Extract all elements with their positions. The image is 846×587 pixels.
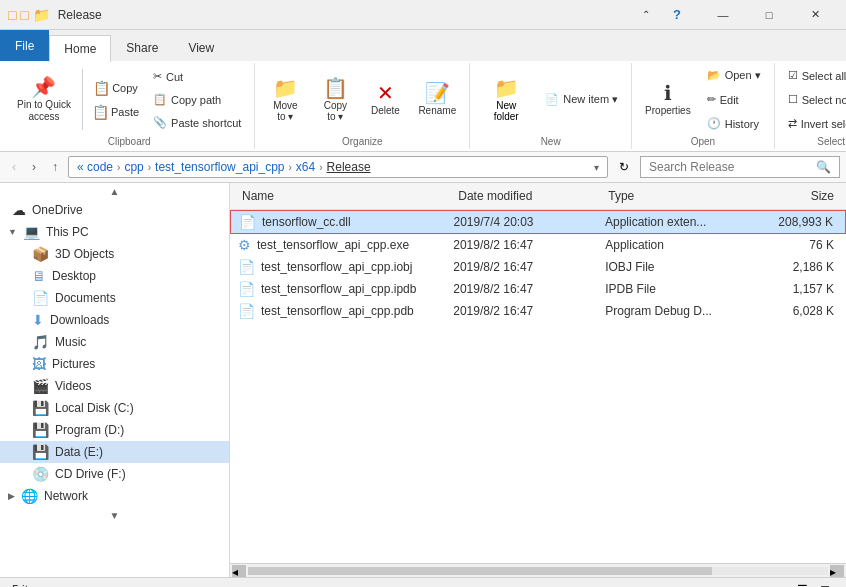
new-item-button[interactable]: 📄 New item ▾	[538, 89, 625, 110]
hscroll-thumb[interactable]	[248, 567, 712, 575]
rename-button[interactable]: 📝 Rename	[411, 78, 463, 121]
delete-icon: ✕	[377, 83, 394, 103]
search-input[interactable]	[649, 160, 812, 174]
path-dropdown-button[interactable]: ▾	[594, 162, 599, 173]
ribbon-collapse-btn[interactable]: ⌃	[638, 0, 654, 30]
h-scrollbar[interactable]: ◂ ▸	[230, 563, 846, 577]
open-label: Open	[638, 134, 768, 147]
select-none-button[interactable]: ☐ Select none	[781, 89, 846, 110]
tab-view[interactable]: View	[173, 34, 229, 61]
hscroll-left[interactable]: ◂	[232, 565, 246, 577]
sidebar-item-desktop[interactable]: 🖥 Desktop	[0, 265, 229, 287]
paste-button[interactable]: 📋 Paste	[87, 101, 144, 123]
file-item-dll[interactable]: 📄 tensorflow_cc.dll 2019/7/4 20:03 Appli…	[230, 210, 846, 234]
address-path[interactable]: « code › cpp › test_tensorflow_api_cpp ›…	[68, 156, 608, 178]
invert-icon: ⇄	[788, 117, 797, 130]
details-view-button[interactable]: ☰	[793, 581, 812, 588]
sidebar-item-videos[interactable]: 🎬 Videos	[0, 375, 229, 397]
sidebar-label-pictures: Pictures	[52, 357, 95, 371]
search-icon: 🔍	[816, 160, 831, 174]
history-button[interactable]: 🕐 History	[700, 113, 768, 134]
sidebar-label-programd: Program (D:)	[55, 423, 124, 437]
iobj-size: 2,186 K	[753, 260, 838, 274]
sidebar-scroll-up[interactable]: ▲	[0, 183, 229, 199]
ipdb-file-name: test_tensorflow_api_cpp.ipdb	[261, 282, 416, 296]
sidebar-item-downloads[interactable]: ⬇ Downloads	[0, 309, 229, 331]
delete-button[interactable]: ✕ Delete	[361, 78, 409, 121]
videos-icon: 🎬	[32, 378, 49, 394]
rename-label: Rename	[418, 105, 456, 116]
paste-shortcut-button[interactable]: 📎 Paste shortcut	[146, 112, 248, 133]
copy-button[interactable]: 📋 Copy	[87, 77, 144, 99]
path-current: Release	[327, 160, 371, 174]
search-box: 🔍	[640, 156, 840, 178]
large-icons-view-button[interactable]: ⊞	[816, 581, 834, 588]
sidebar-label-3dobjects: 3D Objects	[55, 247, 114, 261]
properties-button[interactable]: ℹ Properties	[638, 78, 698, 121]
sidebar-item-programd[interactable]: 💾 Program (D:)	[0, 419, 229, 441]
cddrive-icon: 💿	[32, 466, 49, 482]
file-item-iobj[interactable]: 📄 test_tensorflow_api_cpp.iobj 2019/8/2 …	[230, 256, 846, 278]
pdb-file-name: test_tensorflow_api_cpp.pdb	[261, 304, 414, 318]
iobj-type: IOBJ File	[601, 260, 753, 274]
copy-path-button[interactable]: 📋 Copy path	[146, 89, 248, 110]
help-button[interactable]: ?	[654, 0, 700, 30]
copy-path-icon: 📋	[153, 93, 167, 106]
sidebar-item-network[interactable]: ▶ 🌐 Network	[0, 485, 229, 507]
new-folder-button[interactable]: 📁 Newfolder	[476, 71, 536, 129]
up-button[interactable]: ↑	[46, 156, 64, 178]
close-button[interactable]: ✕	[792, 0, 838, 30]
sidebar-item-localdisk[interactable]: 💾 Local Disk (C:)	[0, 397, 229, 419]
sidebar-item-onedrive[interactable]: ☁ OneDrive	[0, 199, 229, 221]
pin-to-quick-access-button[interactable]: 📌 Pin to Quickaccess	[10, 72, 78, 128]
select-group: ☑ Select all ☐ Select none ⇄ Invert sele…	[775, 63, 846, 149]
tab-file[interactable]: File	[0, 30, 49, 61]
hscroll-right[interactable]: ▸	[830, 565, 844, 577]
back-button[interactable]: ‹	[6, 156, 22, 178]
maximize-button[interactable]: □	[746, 0, 792, 30]
col-header-type[interactable]: Type	[604, 187, 754, 205]
dll-file-name: tensorflow_cc.dll	[262, 215, 351, 229]
forward-button[interactable]: ›	[26, 156, 42, 178]
edit-button[interactable]: ✏ Edit	[700, 89, 768, 110]
sidebar-label-thispc: This PC	[46, 225, 89, 239]
file-item-pdb[interactable]: 📄 test_tensorflow_api_cpp.pdb 2019/8/2 1…	[230, 300, 846, 322]
file-cell-name-ipdb: 📄 test_tensorflow_api_cpp.ipdb	[238, 281, 449, 297]
sidebar-item-thispc[interactable]: ▼ 💻 This PC	[0, 221, 229, 243]
clipboard-buttons: 📌 Pin to Quickaccess 📋 Copy 📋 Paste ✂ Cu…	[10, 65, 248, 134]
file-cell-name-pdb: 📄 test_tensorflow_api_cpp.pdb	[238, 303, 449, 319]
file-cell-name-dll: 📄 tensorflow_cc.dll	[239, 214, 449, 230]
col-header-name[interactable]: Name	[238, 187, 454, 205]
sidebar-item-3dobjects[interactable]: 📦 3D Objects	[0, 243, 229, 265]
open-button[interactable]: 📂 Open ▾	[700, 65, 768, 86]
file-item-ipdb[interactable]: 📄 test_tensorflow_api_cpp.ipdb 2019/8/2 …	[230, 278, 846, 300]
col-header-modified[interactable]: Date modified	[454, 187, 604, 205]
dll-type: Application exten...	[601, 215, 753, 229]
refresh-button[interactable]: ↻	[612, 156, 636, 178]
copy-paste-group: 📋 Copy 📋 Paste	[87, 77, 144, 123]
copy-to-icon: 📋	[323, 78, 348, 98]
minimize-button[interactable]: —	[700, 0, 746, 30]
sidebar-label-music: Music	[55, 335, 86, 349]
divider	[82, 69, 83, 130]
invert-selection-button[interactable]: ⇄ Invert selection	[781, 113, 846, 134]
sidebar-item-cddrive[interactable]: 💿 CD Drive (F:)	[0, 463, 229, 485]
iobj-modified: 2019/8/2 16:47	[449, 260, 601, 274]
col-header-size[interactable]: Size	[754, 187, 838, 205]
open-icon: 📂	[707, 69, 721, 82]
tab-home[interactable]: Home	[49, 35, 111, 62]
thispc-icon: 💻	[23, 224, 40, 240]
sidebar-scroll-down[interactable]: ▼	[0, 507, 229, 523]
file-item-exe[interactable]: ⚙ test_tensorflow_api_cpp.exe 2019/8/2 1…	[230, 234, 846, 256]
cut-button[interactable]: ✂ Cut	[146, 66, 248, 87]
sidebar-item-pictures[interactable]: 🖼 Pictures	[0, 353, 229, 375]
sidebar-item-datae[interactable]: 💾 Data (E:)	[0, 441, 229, 463]
sidebar-item-music[interactable]: 🎵 Music	[0, 331, 229, 353]
delete-label: Delete	[371, 105, 400, 116]
move-to-button[interactable]: 📁 Moveto ▾	[261, 73, 309, 127]
path-sep-4: ›	[319, 162, 322, 173]
copy-to-button[interactable]: 📋 Copyto ▾	[311, 73, 359, 127]
tab-share[interactable]: Share	[111, 34, 173, 61]
sidebar-item-documents[interactable]: 📄 Documents	[0, 287, 229, 309]
select-all-button[interactable]: ☑ Select all	[781, 65, 846, 86]
